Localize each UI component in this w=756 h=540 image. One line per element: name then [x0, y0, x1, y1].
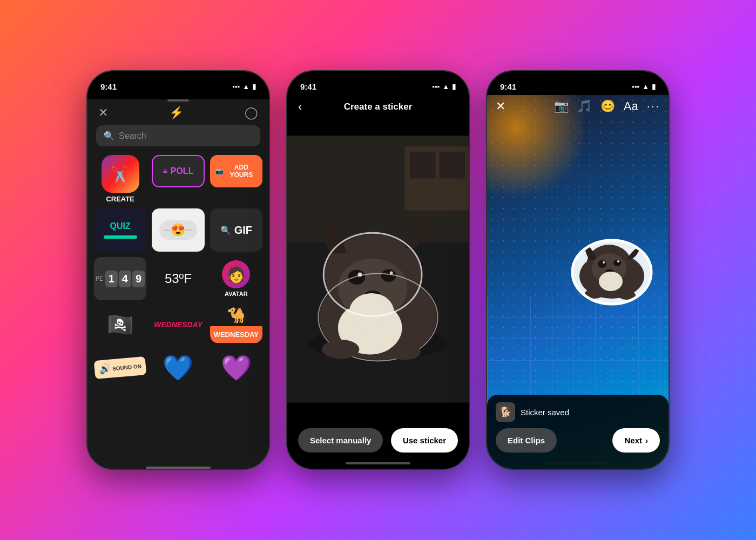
- sticker-saved-text: Sticker saved: [521, 408, 569, 417]
- drag-handle: [167, 99, 189, 102]
- avatar-icon: 🧑: [222, 260, 250, 288]
- select-manually-button[interactable]: Select manually: [298, 428, 383, 453]
- pirate-sticker[interactable]: 🏴‍☠️: [94, 306, 146, 343]
- wednesday-label-1: WEDNESDAY: [154, 320, 202, 329]
- next-arrow-icon: ›: [645, 436, 648, 445]
- slider-line2: [185, 230, 192, 231]
- svg-point-10: [348, 269, 366, 285]
- addyours-text: 📷: [215, 167, 224, 175]
- addyours-label: ADD YOURS: [226, 164, 257, 179]
- camel-emoji: 🐪: [227, 306, 246, 324]
- camera-icon-p3[interactable]: 📷: [554, 99, 569, 113]
- phone2-header: ‹ Create a sticker: [287, 95, 469, 119]
- next-label: Next: [624, 436, 642, 445]
- timer-icon-p1[interactable]: ◯: [245, 106, 258, 120]
- status-icons-1: ▪▪▪ ▲ ▮: [232, 83, 256, 91]
- time-digit-2: 4: [119, 271, 131, 287]
- battery-icon-3: ▮: [652, 83, 656, 91]
- status-bar-3: 9:41 ▪▪▪ ▲ ▮: [487, 71, 669, 95]
- slider-line: [164, 230, 171, 231]
- use-sticker-button[interactable]: Use sticker: [391, 428, 458, 453]
- next-button[interactable]: Next ›: [612, 428, 660, 453]
- back-button-p2[interactable]: ‹: [298, 100, 302, 114]
- wednesday-sticker-1[interactable]: WEDNESDAY: [152, 306, 204, 343]
- slider-sticker-btn[interactable]: 😍: [152, 208, 204, 252]
- sticker-saved-row: 🐕 Sticker saved: [496, 402, 660, 422]
- wednesday-sticker-2[interactable]: 🐪 WEDNESDAY: [210, 306, 262, 343]
- phone3-content: ✕ 📷 🎵 😊 Aa ···: [487, 95, 669, 469]
- wifi-icon: ▲: [242, 83, 249, 91]
- status-time-3: 9:41: [500, 82, 516, 91]
- status-time-1: 9:41: [100, 82, 117, 91]
- poll-sticker-btn[interactable]: ≡ POLL: [152, 155, 204, 187]
- phone3-actions: Edit Clips Next ›: [496, 428, 660, 453]
- flash-icon-p1[interactable]: ⚡: [169, 106, 184, 120]
- temp-sticker-btn[interactable]: 53ºF: [152, 257, 204, 300]
- dog-sticker-svg: [569, 237, 655, 307]
- status-bar-2: 9:41 ▪▪▪ ▲ ▮: [287, 71, 469, 95]
- time-prefix: PE: [96, 276, 103, 282]
- text-icon-p3[interactable]: Aa: [624, 99, 638, 113]
- dog-sticker-placed[interactable]: [569, 237, 655, 307]
- phone2-content: ‹ Create a sticker: [287, 95, 469, 469]
- dog-photo-area: [287, 119, 469, 420]
- close-icon-p3[interactable]: ✕: [496, 99, 505, 113]
- close-icon-p1[interactable]: ✕: [98, 106, 108, 120]
- svg-point-17: [322, 340, 359, 359]
- soundon-sticker[interactable]: 🔊 SOUND ON: [94, 349, 146, 387]
- search-bar[interactable]: 🔍 Search: [96, 125, 260, 146]
- battery-icon-2: ▮: [452, 83, 456, 91]
- gif-label: GIF: [234, 224, 252, 237]
- svg-point-27: [599, 272, 623, 291]
- home-indicator-2: [346, 462, 410, 464]
- svg-point-11: [381, 269, 396, 282]
- edit-clips-button[interactable]: Edit Clips: [496, 428, 557, 453]
- svg-point-24: [613, 260, 621, 266]
- poll-icon: ≡: [163, 167, 167, 176]
- phone3-topbar: ✕ 📷 🎵 😊 Aa ···: [487, 95, 669, 118]
- music-icon-p3[interactable]: 🎵: [577, 99, 592, 113]
- signal-icon-2: ▪▪▪: [432, 83, 440, 91]
- create-sticker-btn[interactable]: ✂️ CREATE: [94, 155, 146, 203]
- gif-sticker-btn[interactable]: 🔍 GIF: [210, 208, 262, 252]
- signal-icon: ▪▪▪: [232, 83, 240, 91]
- create-label: CREATE: [106, 195, 134, 203]
- home-indicator-1: [146, 467, 211, 469]
- blue-heart-sticker[interactable]: 💙: [152, 349, 204, 387]
- addyours-sticker-btn[interactable]: 📷 ADD YOURS: [210, 155, 262, 187]
- time-digit-3: 9: [132, 271, 145, 287]
- search-placeholder: Search: [119, 131, 146, 141]
- phone2-title: Create a sticker: [344, 102, 413, 112]
- signal-icon-3: ▪▪▪: [632, 83, 639, 91]
- slider-inner: 😍: [159, 220, 197, 240]
- search-icon: 🔍: [104, 131, 114, 141]
- time-digit-1: 1: [105, 271, 118, 287]
- phone1-topbar: ✕ ⚡ ◯: [87, 106, 269, 125]
- time-sticker-btn[interactable]: PE 1 4 9: [94, 257, 146, 300]
- phone-2: 9:41 ▪▪▪ ▲ ▮ ‹ Create a sticker: [286, 70, 470, 470]
- phone1-content: ✕ ⚡ ◯ 🔍 Search ✂️ CREATE ≡ POLL 📷 ADD YO…: [87, 99, 269, 470]
- quiz-bar: [104, 235, 137, 239]
- wednesday-label-2: WEDNESDAY: [210, 326, 262, 343]
- sticker-icon-p3[interactable]: 😊: [600, 99, 615, 113]
- purple-heart-sticker[interactable]: 💜: [210, 349, 262, 387]
- dog-photo-svg: [287, 119, 469, 420]
- more-icon-p3[interactable]: ···: [647, 99, 660, 113]
- wifi-icon-2: ▲: [442, 83, 449, 91]
- sound-text: SOUND ON: [112, 363, 142, 372]
- slider-emoji: 😍: [171, 223, 185, 237]
- status-icons-3: ▪▪▪ ▲ ▮: [632, 83, 656, 91]
- phone2-bottom: Select manually Use sticker: [287, 420, 469, 469]
- phone3-toolbar-icons: 📷 🎵 😊 Aa ···: [554, 99, 660, 113]
- temp-label: 53ºF: [165, 271, 192, 286]
- svg-point-23: [598, 260, 606, 268]
- svg-point-25: [603, 261, 605, 264]
- status-time-2: 9:41: [300, 82, 316, 91]
- svg-rect-3: [410, 152, 435, 178]
- phone-1: 9:41 ▪▪▪ ▲ ▮ ✕ ⚡ ◯ 🔍 Search ✂️ CREATE ≡: [86, 70, 270, 470]
- wifi-icon-3: ▲: [642, 83, 649, 91]
- avatar-sticker-btn[interactable]: 🧑 AVATAR: [210, 257, 262, 300]
- quiz-sticker-btn[interactable]: QUIZ: [94, 208, 146, 252]
- svg-rect-4: [440, 152, 465, 178]
- avatar-label: AVATAR: [225, 291, 248, 297]
